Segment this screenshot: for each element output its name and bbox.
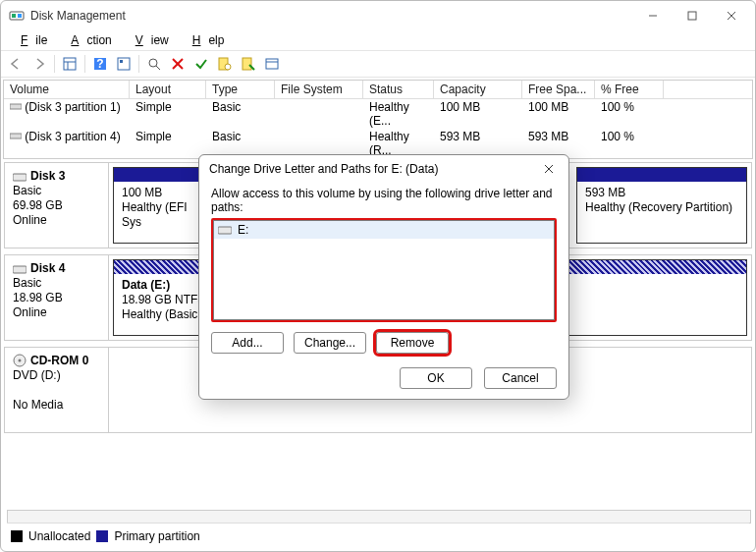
dialog-title: Change Drive Letter and Paths for E: (Da… — [209, 162, 535, 176]
dialog-titlebar: Change Drive Letter and Paths for E: (Da… — [199, 155, 568, 183]
cell: Simple — [130, 129, 206, 158]
disk-info[interactable]: CD-ROM 0 DVD (D:) No Media — [5, 348, 109, 432]
disk-size: 18.98 GB — [13, 291, 63, 304]
legend-label: Primary partition — [114, 529, 199, 543]
app-icon — [9, 8, 25, 24]
partition-status: Healthy (Basic D — [122, 307, 209, 321]
drive-icon — [218, 224, 232, 236]
horizontal-scrollbar[interactable] — [7, 510, 751, 524]
back-button[interactable] — [5, 53, 27, 75]
help-icon[interactable]: ? — [89, 53, 111, 75]
cancel-button[interactable]: Cancel — [484, 367, 557, 389]
table-row[interactable]: (Disk 3 partition 1) Simple Basic Health… — [4, 99, 752, 129]
search-icon[interactable] — [143, 53, 165, 75]
svg-rect-7 — [64, 58, 76, 70]
disk-status: Online — [13, 305, 47, 319]
cell: 100 MB — [522, 99, 595, 129]
disk-name: CD-ROM 0 — [30, 354, 88, 367]
svg-text:?: ? — [96, 57, 103, 71]
cell: (Disk 3 partition 4) — [25, 130, 120, 143]
svg-rect-13 — [120, 60, 123, 63]
menu-file[interactable]: File — [5, 32, 55, 48]
col-type[interactable]: Type — [206, 81, 275, 98]
svg-line-15 — [156, 66, 160, 70]
delete-icon[interactable] — [167, 53, 189, 75]
svg-point-28 — [19, 359, 22, 362]
col-layout[interactable]: Layout — [130, 81, 206, 98]
dialog-close-button[interactable] — [535, 157, 563, 181]
partition-label: Data (E:) — [122, 278, 170, 292]
legend-swatch-primary — [96, 530, 108, 542]
drive-paths-list[interactable]: E: — [211, 218, 557, 322]
svg-rect-24 — [10, 134, 22, 138]
disk-icon — [13, 171, 27, 183]
toolbar-sep — [84, 55, 85, 73]
cell: 100 MB — [434, 99, 522, 129]
col-capacity[interactable]: Capacity — [434, 81, 522, 98]
add-button[interactable]: Add... — [211, 332, 284, 354]
views-button[interactable] — [59, 53, 81, 75]
col-free[interactable]: Free Spa... — [522, 81, 595, 98]
svg-point-19 — [225, 64, 231, 70]
menu-view[interactable]: View — [120, 32, 177, 48]
minimize-button[interactable] — [633, 2, 673, 29]
disk-status: Online — [13, 213, 47, 227]
volume-icon — [10, 101, 22, 111]
partition-header — [114, 168, 200, 182]
svg-point-14 — [149, 59, 157, 67]
check-icon[interactable] — [190, 53, 212, 75]
properties2-icon[interactable] — [238, 53, 259, 75]
svg-rect-4 — [688, 12, 696, 20]
svg-rect-20 — [243, 58, 251, 70]
svg-rect-26 — [13, 266, 27, 273]
legend: Unallocated Primary partition — [7, 523, 749, 545]
label: Cancel — [502, 371, 538, 385]
svg-rect-25 — [13, 174, 27, 181]
svg-rect-21 — [266, 59, 278, 69]
properties-icon[interactable] — [214, 53, 236, 75]
disk-info[interactable]: Disk 3 Basic 69.98 GB Online — [5, 163, 109, 248]
dialog-subtitle: Allow access to this volume by using the… — [211, 187, 557, 214]
close-button[interactable] — [712, 2, 751, 29]
col-volume[interactable]: Volume — [4, 81, 130, 98]
partition[interactable]: 100 MB Healthy (EFI Sys — [113, 167, 201, 244]
svg-rect-31 — [218, 227, 232, 234]
menubar: File Action View Help — [1, 30, 755, 50]
disk-type: Basic — [13, 184, 41, 197]
svg-rect-23 — [10, 104, 22, 109]
remove-button[interactable]: Remove — [376, 332, 449, 354]
settings-view-icon[interactable] — [113, 53, 135, 75]
cell: Healthy (E... — [363, 99, 434, 129]
disk-info[interactable]: Disk 4 Basic 18.98 GB Online — [5, 255, 109, 340]
svg-rect-12 — [118, 58, 130, 70]
label: Add... — [232, 336, 262, 350]
cell: 100 % — [595, 129, 664, 158]
window-list-icon[interactable] — [261, 53, 283, 75]
ok-button[interactable]: OK — [400, 367, 472, 389]
forward-button[interactable] — [28, 53, 50, 75]
cell: Simple — [130, 99, 206, 129]
volumes-table: Volume Layout Type File System Status Ca… — [3, 80, 753, 159]
maximize-button[interactable] — [673, 2, 712, 29]
toolbar: ? — [1, 50, 755, 78]
partition-size: 593 MB — [585, 186, 625, 199]
label: Remove — [391, 336, 435, 350]
disk-size: 69.98 GB — [13, 198, 63, 212]
toolbar-sep — [54, 55, 55, 73]
partition-size: 100 MB — [122, 186, 162, 199]
col-filesystem[interactable]: File System — [275, 81, 363, 98]
menu-help[interactable]: Help — [177, 32, 233, 48]
list-item[interactable]: E: — [214, 221, 554, 239]
partition-status: Healthy (EFI Sys — [122, 200, 188, 229]
legend-label: Unallocated — [28, 529, 90, 543]
disk-name: Disk 4 — [30, 261, 65, 275]
col-pctfree[interactable]: % Free — [595, 81, 664, 98]
menu-action[interactable]: Action — [55, 32, 119, 48]
partition[interactable]: 593 MB Healthy (Recovery Partition) — [576, 167, 747, 244]
disk-sub: DVD (D:) — [13, 368, 61, 382]
disk-icon — [13, 263, 27, 275]
col-status[interactable]: Status — [363, 81, 434, 98]
svg-rect-1 — [12, 14, 16, 18]
change-button[interactable]: Change... — [294, 332, 366, 354]
drive-letter-label: E: — [238, 223, 248, 237]
